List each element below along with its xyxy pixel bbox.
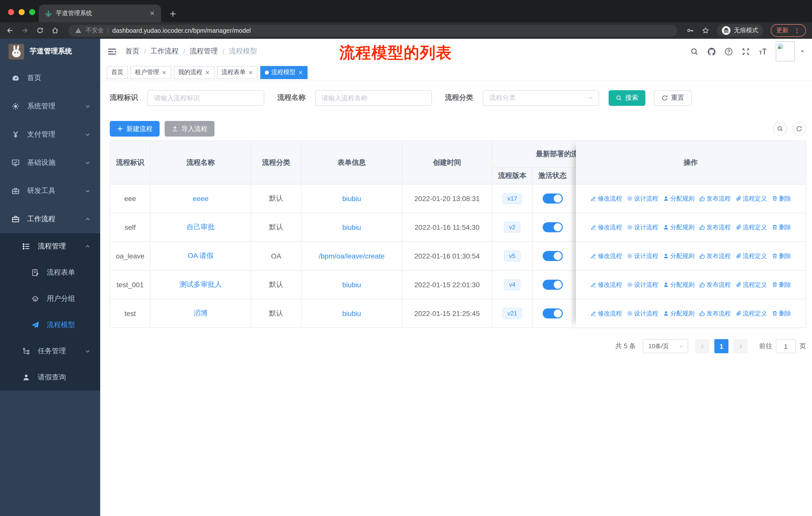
back-icon[interactable] [6, 27, 13, 34]
sidebar-item-9[interactable]: 流程模型 [0, 312, 100, 338]
action-link[interactable]: 分配规则 [663, 194, 694, 203]
action-link[interactable]: 修改流程 [590, 252, 622, 260]
goto-page-input[interactable] [776, 339, 796, 353]
action-link[interactable]: 修改流程 [590, 280, 622, 289]
column-header-form[interactable]: 表单信息 [301, 141, 402, 184]
action-link[interactable]: 流程定义 [735, 223, 767, 232]
active-toggle[interactable] [543, 280, 562, 290]
form-info-link[interactable]: biubiu [301, 299, 402, 328]
hamburger-icon[interactable] [107, 47, 117, 56]
refresh-table-button[interactable] [792, 122, 806, 136]
action-link[interactable]: 删除 [772, 309, 791, 318]
page-size-select[interactable]: 10条/页 [643, 339, 688, 353]
not-secure-icon[interactable] [75, 27, 82, 34]
version-badge[interactable]: v4 [504, 279, 520, 290]
action-link[interactable]: 删除 [772, 223, 791, 232]
action-link[interactable]: 设计流程 [627, 280, 658, 289]
forward-icon[interactable] [21, 27, 29, 34]
action-link[interactable]: 发布流程 [699, 252, 731, 260]
active-toggle[interactable] [543, 251, 562, 261]
version-badge[interactable]: v21 [502, 308, 522, 319]
new-tab-button[interactable] [169, 10, 177, 18]
sidebar-item-5[interactable]: 工作流程 [0, 205, 100, 233]
active-toggle[interactable] [543, 222, 562, 232]
column-header-status[interactable]: 激活状态 [532, 168, 573, 184]
sidebar-item-10[interactable]: 任务管理 [0, 338, 100, 364]
search-button[interactable]: 搜索 [609, 90, 645, 106]
action-link[interactable]: 分配规则 [663, 309, 694, 318]
browser-tab[interactable]: 芋道管理系统 [39, 4, 161, 22]
process-name-link[interactable]: 自己审批 [150, 213, 251, 242]
sidebar-item-8[interactable]: 用户分组 [0, 286, 100, 312]
version-badge[interactable]: v2 [504, 222, 520, 233]
column-header-created[interactable]: 创建时间 [402, 141, 492, 184]
avatar[interactable] [776, 41, 795, 61]
breadcrumb-item-2[interactable]: 流程管理 [190, 47, 218, 56]
version-badge[interactable]: v17 [502, 193, 522, 204]
column-header-key[interactable]: 流程标识 [110, 141, 150, 184]
column-header-name[interactable]: 流程名称 [150, 141, 251, 184]
action-link[interactable]: 分配规则 [663, 223, 694, 232]
action-link[interactable]: 分配规则 [663, 252, 694, 260]
close-icon[interactable] [162, 70, 167, 75]
tab-tag-1[interactable]: 租户管理 [130, 66, 171, 79]
form-info-link[interactable]: biubiu [301, 271, 402, 299]
action-link[interactable]: 设计流程 [627, 252, 658, 260]
action-link[interactable]: 设计流程 [627, 223, 658, 232]
bookmark-star-icon[interactable] [702, 27, 709, 34]
sidebar-item-7[interactable]: 流程表单 [0, 260, 100, 286]
form-info-link[interactable]: biubiu [301, 184, 402, 213]
sidebar-item-0[interactable]: 首页 [0, 64, 100, 92]
action-link[interactable]: 修改流程 [590, 223, 622, 232]
sidebar-item-3[interactable]: 基础设施 [0, 148, 100, 177]
action-link[interactable]: 删除 [772, 280, 791, 289]
sidebar-item-1[interactable]: 系统管理 [0, 92, 100, 120]
action-link[interactable]: 修改流程 [590, 309, 622, 318]
current-page-button[interactable]: 1 [714, 339, 728, 353]
tab-tag-2[interactable]: 我的流程 [174, 66, 214, 79]
help-icon[interactable] [724, 47, 733, 56]
process-key-input[interactable] [147, 90, 264, 106]
version-badge[interactable]: v5 [504, 250, 520, 262]
font-size-icon[interactable] [759, 47, 767, 56]
home-icon[interactable] [51, 27, 59, 34]
column-header-category[interactable]: 流程分类 [251, 141, 301, 184]
action-link[interactable]: 删除 [772, 252, 791, 260]
reload-icon[interactable] [36, 27, 44, 34]
reset-button[interactable]: 重置 [654, 90, 692, 106]
next-page-button[interactable] [733, 339, 748, 353]
form-info-link[interactable]: /bpm/oa/leave/create [301, 242, 402, 271]
browser-menu-icon[interactable] [793, 27, 801, 34]
action-link[interactable]: 流程定义 [735, 194, 767, 203]
toggle-search-button[interactable] [773, 122, 787, 136]
close-window-button[interactable] [8, 9, 14, 15]
close-icon[interactable] [205, 70, 210, 75]
process-name-input[interactable] [315, 90, 432, 106]
category-select[interactable]: 流程分类 [483, 90, 599, 106]
column-header-version[interactable]: 流程版本 [492, 168, 532, 184]
close-icon[interactable] [298, 70, 303, 75]
process-name-link[interactable]: OA 请假 [150, 242, 251, 271]
breadcrumb-item-1[interactable]: 工作流程 [150, 47, 179, 56]
process-name-link[interactable]: 滔博 [150, 299, 251, 328]
close-tab-icon[interactable] [149, 10, 155, 16]
import-process-button[interactable]: 导入流程 [165, 121, 214, 137]
action-link[interactable]: 流程定义 [735, 280, 767, 289]
action-link[interactable]: 发布流程 [699, 194, 731, 203]
create-process-button[interactable]: 新建流程 [110, 121, 160, 137]
action-link[interactable]: 发布流程 [699, 280, 731, 289]
zoom-window-button[interactable] [29, 9, 35, 15]
action-link[interactable]: 设计流程 [627, 309, 658, 318]
password-key-icon[interactable] [687, 27, 694, 34]
breadcrumb-item-0[interactable]: 首页 [125, 47, 140, 56]
update-button[interactable]: 更新 [771, 24, 806, 37]
tab-tag-0[interactable]: 首页 [107, 66, 128, 79]
prev-page-button[interactable] [695, 339, 709, 353]
active-toggle[interactable] [543, 308, 562, 319]
sidebar-item-4[interactable]: 研发工具 [0, 177, 100, 205]
header-search-icon[interactable] [690, 47, 699, 56]
active-toggle[interactable] [543, 193, 562, 203]
action-link[interactable]: 分配规则 [663, 280, 694, 289]
action-link[interactable]: 发布流程 [699, 223, 731, 232]
form-info-link[interactable]: biubiu [301, 213, 402, 242]
